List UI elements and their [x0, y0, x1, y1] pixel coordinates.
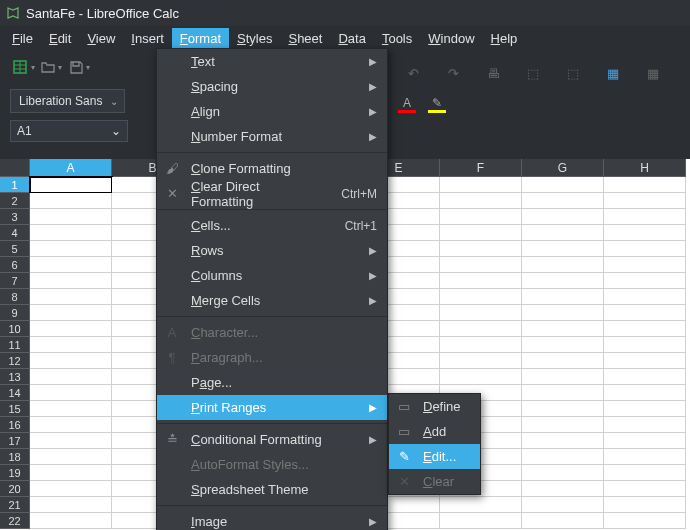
menu-sheet[interactable]: Sheet	[280, 28, 330, 49]
row-header[interactable]: 6	[0, 257, 30, 273]
cell[interactable]	[30, 257, 112, 273]
cell[interactable]	[522, 225, 604, 241]
cell[interactable]	[440, 321, 522, 337]
cell[interactable]	[30, 321, 112, 337]
cell[interactable]	[522, 257, 604, 273]
format-menu-item-cells[interactable]: Cells...Ctrl+1	[157, 213, 387, 238]
row-header[interactable]: 17	[0, 433, 30, 449]
name-box[interactable]: A1 ⌄	[10, 120, 128, 142]
menu-insert[interactable]: Insert	[123, 28, 172, 49]
menu-view[interactable]: View	[79, 28, 123, 49]
cell[interactable]	[440, 225, 522, 241]
cell[interactable]	[522, 353, 604, 369]
select-all-corner[interactable]	[0, 159, 30, 177]
print-icon[interactable]: 🖶	[480, 60, 506, 86]
highlight-color-icon[interactable]: ✎	[428, 96, 446, 113]
row-header[interactable]: 5	[0, 241, 30, 257]
format-menu-item-spreadsheet-theme[interactable]: Spreadsheet Theme	[157, 477, 387, 502]
cell[interactable]	[30, 305, 112, 321]
row-header[interactable]: 19	[0, 465, 30, 481]
format-menu-item-rows[interactable]: Rows▶	[157, 238, 387, 263]
cell[interactable]	[522, 385, 604, 401]
row-header[interactable]: 18	[0, 449, 30, 465]
cell[interactable]	[522, 417, 604, 433]
row-header[interactable]: 14	[0, 385, 30, 401]
cell[interactable]	[604, 497, 686, 513]
row-header[interactable]: 9	[0, 305, 30, 321]
save-icon[interactable]: ▾	[66, 54, 92, 80]
row-header[interactable]: 16	[0, 417, 30, 433]
row-header[interactable]: 3	[0, 209, 30, 225]
format-menu-item-align[interactable]: Align▶	[157, 99, 387, 124]
cell[interactable]	[522, 241, 604, 257]
font-color-icon[interactable]: A	[398, 96, 416, 113]
font-name-selector[interactable]: Liberation Sans ⌄	[10, 89, 125, 113]
cell[interactable]	[30, 337, 112, 353]
cell[interactable]	[522, 497, 604, 513]
cell[interactable]	[522, 337, 604, 353]
cell[interactable]	[604, 465, 686, 481]
cell[interactable]	[604, 369, 686, 385]
cell[interactable]	[604, 385, 686, 401]
cell[interactable]	[604, 289, 686, 305]
menu-help[interactable]: Help	[483, 28, 526, 49]
cell[interactable]	[30, 497, 112, 513]
row-header[interactable]: 2	[0, 193, 30, 209]
open-icon[interactable]: ▾	[38, 54, 64, 80]
cell[interactable]	[440, 497, 522, 513]
cell[interactable]	[30, 193, 112, 209]
format-menu-item-columns[interactable]: Columns▶	[157, 263, 387, 288]
cell[interactable]	[30, 433, 112, 449]
cell[interactable]	[440, 305, 522, 321]
cell[interactable]	[440, 241, 522, 257]
cell[interactable]	[522, 273, 604, 289]
filter-icon[interactable]: ▦	[600, 60, 626, 86]
sort-desc-icon[interactable]: ⬚	[560, 60, 586, 86]
cell[interactable]	[440, 193, 522, 209]
cell[interactable]	[522, 465, 604, 481]
cell[interactable]	[604, 257, 686, 273]
row-header[interactable]: 13	[0, 369, 30, 385]
cell[interactable]	[440, 289, 522, 305]
cell[interactable]	[440, 353, 522, 369]
menu-window[interactable]: Window	[420, 28, 482, 49]
cell[interactable]	[604, 337, 686, 353]
cell[interactable]	[30, 513, 112, 529]
cell[interactable]	[604, 449, 686, 465]
cell[interactable]	[522, 193, 604, 209]
format-menu-item-clone-formatting[interactable]: 🖌Clone Formatting	[157, 156, 387, 181]
cell[interactable]	[522, 481, 604, 497]
cell[interactable]	[604, 433, 686, 449]
row-header[interactable]: 7	[0, 273, 30, 289]
cell[interactable]	[440, 257, 522, 273]
printranges-item-add[interactable]: ▭Add	[389, 419, 480, 444]
row-header[interactable]: 10	[0, 321, 30, 337]
cell[interactable]	[440, 337, 522, 353]
cell[interactable]	[604, 353, 686, 369]
cell[interactable]	[522, 209, 604, 225]
printranges-item-define[interactable]: ▭Define	[389, 394, 480, 419]
row-header[interactable]: 12	[0, 353, 30, 369]
cell[interactable]	[522, 289, 604, 305]
cell[interactable]	[30, 481, 112, 497]
cell[interactable]	[440, 177, 522, 193]
undo-icon[interactable]: ↶	[400, 60, 426, 86]
cell[interactable]	[30, 353, 112, 369]
cell[interactable]	[604, 273, 686, 289]
cell[interactable]	[604, 305, 686, 321]
freeze-icon[interactable]: ▦	[640, 60, 666, 86]
format-menu-item-print-ranges[interactable]: Print Ranges▶	[157, 395, 387, 420]
cell[interactable]	[522, 305, 604, 321]
menu-format[interactable]: Format	[172, 28, 229, 49]
cell[interactable]	[604, 241, 686, 257]
cell[interactable]	[30, 289, 112, 305]
format-menu-item-clear-direct-formatting[interactable]: ✕Clear Direct FormattingCtrl+M	[157, 181, 387, 206]
cell[interactable]	[30, 401, 112, 417]
format-menu-item-merge-cells[interactable]: Merge Cells▶	[157, 288, 387, 313]
new-icon[interactable]: ▾	[10, 54, 36, 80]
cell[interactable]	[522, 433, 604, 449]
cell[interactable]	[30, 273, 112, 289]
menu-edit[interactable]: Edit	[41, 28, 79, 49]
cell[interactable]	[440, 513, 522, 529]
column-header[interactable]: A	[30, 159, 112, 177]
